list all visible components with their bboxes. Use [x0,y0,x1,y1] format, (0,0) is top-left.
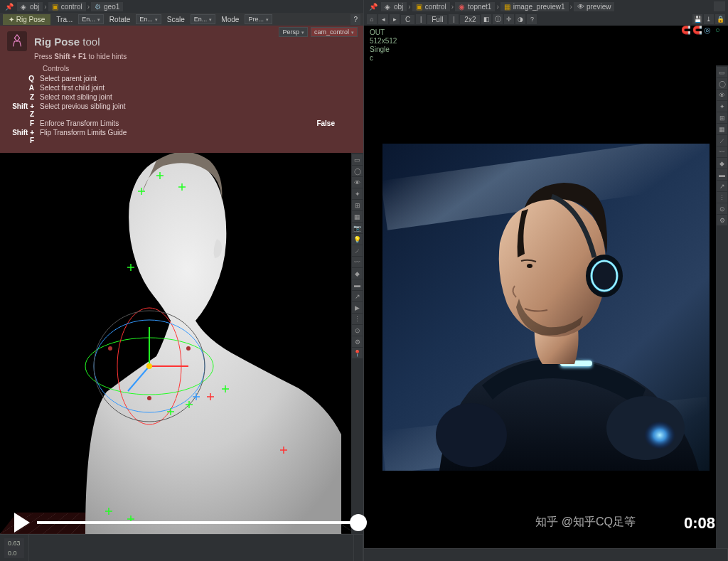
imgview-tool[interactable]: ◆ [717,158,727,169]
lock-button[interactable]: 🔒 [715,14,725,24]
help-button[interactable]: ? [350,14,360,25]
home-button[interactable]: ⌂ [367,14,377,24]
circle-icon[interactable]: ○ [715,26,725,36]
cursor-button[interactable]: ✛ [504,14,514,24]
crumb-control[interactable]: ▣control [48,2,86,11]
tool-camera[interactable]: 📷 [352,223,363,233]
right-breadcrumb: 📌 ◈obj › ▣control › ◉topnet1 › ▦image_pr… [364,0,728,13]
imgview-tool[interactable]: ▭ [717,67,727,78]
joint-marker[interactable] [167,408,174,415]
tab-rig-pose[interactable]: ✦ Rig Pose [3,14,50,25]
dd-pre[interactable]: Pre... [245,14,272,24]
tool-misc[interactable]: ⋮ [352,314,363,324]
play-button[interactable] [14,513,30,533]
left-viewport[interactable]: ▭ ◯ 👁 ✦ ⊞ ▦ 📷 💡 ⟋ 〰 ◆ ▬ ↗ ▶ ⋮ ⊙ ⚙ 📍 [0,153,363,534]
tool-plane[interactable]: ▬ [352,279,363,290]
crumb-obj[interactable]: ◈obj [17,2,43,11]
crumb-topnet[interactable]: ◉topnet1 [455,2,495,11]
tool-light[interactable]: 💡 [352,234,363,245]
magnet-red-icon[interactable]: 🧲 [692,26,702,36]
joint-marker[interactable] [222,385,229,392]
crumb-obj[interactable]: ◈obj [381,2,407,11]
joint-marker[interactable] [207,393,214,400]
tab-scale[interactable]: Scale [163,14,189,25]
imgview-tool[interactable]: ⊙ [717,203,727,214]
nav-left-button[interactable]: ◂ [378,14,388,24]
export-button[interactable]: ⤓ [704,14,714,24]
crumb-control[interactable]: ▣control [412,2,450,11]
imgview-tool[interactable]: ⊞ [717,112,727,123]
tab-rotate[interactable]: Rotate [105,14,134,25]
tool-view[interactable]: 👁 [352,177,363,188]
crumb-label: obj [30,3,39,11]
tool-chevron[interactable]: ▶ [352,302,363,313]
tool-gear[interactable]: ⚙ [352,336,363,347]
cube-icon: ◈ [21,3,28,10]
crumb-geo1[interactable]: ⚙geo1 [91,2,123,11]
tab-mode[interactable]: Mode [217,14,243,25]
svg-point-8 [108,346,112,351]
tool-lasso[interactable]: ◯ [352,166,363,176]
target-icon[interactable]: ◎ [704,26,714,36]
perspective-dropdown[interactable]: Persp [279,27,308,37]
pin-icon[interactable]: 📌 [367,3,380,11]
tool-geo[interactable]: ◆ [352,268,363,279]
imgview-tool[interactable]: ⟋ [717,135,727,146]
crumb-preview[interactable]: 👁preview [574,2,614,11]
help-button[interactable]: ? [527,14,537,24]
view-button[interactable]: ◧ [481,14,491,24]
save-button[interactable]: 💾 [692,14,702,24]
scrubber-knob[interactable] [350,514,367,531]
imgview-tool[interactable]: ✦ [717,101,727,112]
tool-select[interactable]: ▭ [352,154,363,165]
video-scrubber[interactable] [14,513,358,533]
tool-misc2[interactable]: ⊙ [352,325,363,336]
imgview-tool[interactable]: ↗ [717,181,727,191]
channel-dropdown[interactable]: C [401,15,414,24]
rotation-gimbal[interactable] [82,306,217,427]
info-res: 512x512 [370,37,722,46]
panel-menu-button[interactable] [714,1,725,11]
joint-marker[interactable] [280,447,287,454]
info-button[interactable]: ⓘ [493,14,503,24]
joint-marker[interactable] [186,401,193,408]
imgview-tool[interactable]: ◯ [717,78,727,89]
nav-right-button[interactable]: ▸ [390,14,400,24]
hint-panel: Persp cam_control Rig Pose tool Press Sh… [0,26,363,153]
tab-label: Rig Pose [16,16,46,23]
joint-marker[interactable] [127,264,134,271]
tab-translate[interactable]: Tra... [52,14,77,25]
camera-dropdown[interactable]: cam_control [311,27,358,37]
magnet-icon[interactable]: 🧲 [681,26,691,36]
tool-snap[interactable]: ✦ [352,188,363,199]
info-type: Single [370,46,722,54]
imgview-tool[interactable]: 〰 [717,146,727,157]
joint-marker[interactable] [193,393,200,400]
pin-icon[interactable]: 📌 [3,3,16,11]
tool-display[interactable]: ▦ [352,211,363,222]
imgview-tool[interactable]: ▬ [717,169,727,180]
imgview-tool[interactable]: 👁 [717,90,727,100]
tool-toggle[interactable]: ⊞ [352,200,363,210]
imgview-tool[interactable]: ⋮ [717,192,727,203]
joint-marker[interactable] [178,183,186,191]
tool-bone[interactable]: ⟋ [352,245,363,256]
progress-track[interactable] [37,521,358,524]
grid-dropdown[interactable]: 2x2 [460,15,480,24]
svg-point-9 [186,346,191,351]
tool-pin[interactable]: 📍 [352,348,363,358]
tool-arrow[interactable]: ↗ [352,291,363,301]
dd-en3[interactable]: En... [191,14,216,24]
dd-en1[interactable]: En... [78,14,104,24]
imgview-tool[interactable]: ▦ [717,124,727,134]
color-button[interactable]: ◑ [515,14,525,24]
joint-marker[interactable] [138,188,145,195]
dd-en2[interactable]: En... [136,14,161,24]
tool-curve[interactable]: 〰 [352,257,363,267]
image-viewport[interactable]: ▭ ◯ 👁 ✦ ⊞ ▦ ⟋ 〰 ◆ ▬ ↗ ⋮ ⊙ ⚙ [364,65,728,548]
imgview-tool[interactable]: ⚙ [717,215,727,225]
crumb-image-preview[interactable]: ▦image_preview1 [500,2,569,11]
joint-marker[interactable] [156,172,164,179]
fit-dropdown[interactable]: Full [427,15,447,24]
eye-icon: 👁 [577,3,584,10]
